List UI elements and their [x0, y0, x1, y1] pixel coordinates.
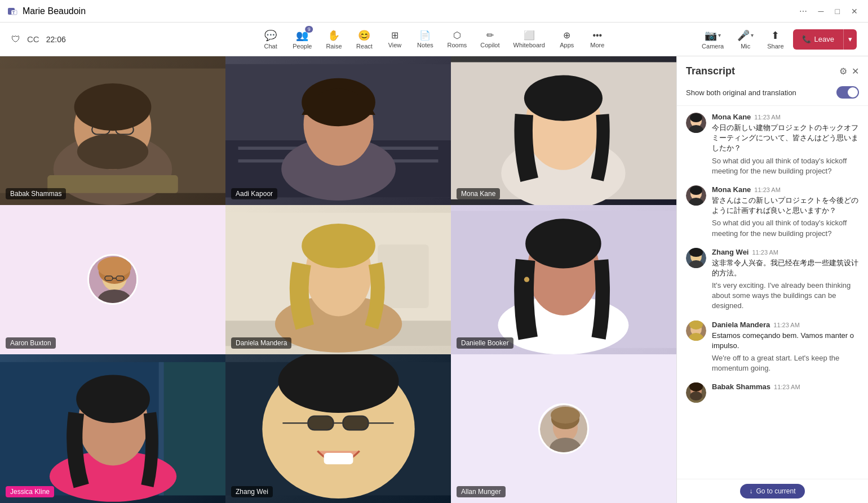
svg-point-41	[525, 219, 601, 269]
message-sender-3: Zhang Wei	[712, 248, 749, 256]
raise-label: Raise	[326, 43, 342, 50]
message-sender-5: Babak Shammas	[712, 382, 770, 391]
chat-icon: 💬	[264, 29, 277, 42]
leave-chevron-icon: ▾	[848, 35, 852, 43]
minimize-window-button[interactable]: ─	[815, 6, 827, 17]
toolbar-react[interactable]: 😊 React	[350, 26, 378, 53]
toolbar-right: 📷 ▾ Camera 🎤 ▾ Mic ⬆ Share 📞 Leave	[697, 26, 857, 53]
cc-icon: CC	[27, 34, 39, 44]
message-time-3: 11:23 AM	[752, 249, 778, 256]
message-sender-1: Mona Kane	[712, 113, 751, 121]
toolbar-share[interactable]: ⬆ Share	[763, 26, 788, 53]
message-meta-5: Babak Shammas 11:23 AM	[712, 382, 859, 391]
transcript-close-button[interactable]: ✕	[852, 66, 859, 77]
transcript-message-2: Mona Kane 11:23 AM 皆さんはこの新しいプロジェクトを今後どのよ…	[686, 185, 859, 239]
message-time-2: 11:23 AM	[754, 186, 780, 193]
aaron-avatar	[87, 254, 138, 305]
mona-message-content-2: Mona Kane 11:23 AM 皆さんはこの新しいプロジェクトを今後どのよ…	[712, 185, 859, 239]
go-to-current-button[interactable]: ↓ Go to current	[740, 484, 804, 498]
video-cell-aadi: Aadi Kapoor	[225, 56, 451, 205]
toolbar-whiteboard[interactable]: ⬜ Whiteboard	[508, 26, 551, 52]
toolbar-people[interactable]: 👥 9 People	[287, 26, 317, 53]
participant-label-mona: Mona Kane	[457, 188, 500, 199]
toolbar-copilot[interactable]: ✏ Copilot	[475, 26, 505, 52]
toolbar-raise[interactable]: ✋ Raise	[320, 26, 348, 53]
whiteboard-icon: ⬜	[524, 30, 535, 41]
transcript-message-1: Mona Kane 11:23 AM 今日の新しい建物プロジェクトのキックオフミ…	[686, 113, 859, 176]
toolbar-mic[interactable]: 🎤 ▾ Mic	[733, 26, 758, 53]
svg-rect-33	[378, 245, 428, 309]
video-cell-allan: Allan Munger	[451, 354, 676, 503]
apps-label: Apps	[560, 42, 574, 48]
toolbar-notes[interactable]: 📄 Notes	[411, 26, 439, 52]
mona-message-content-1: Mona Kane 11:23 AM 今日の新しい建物プロジェクトのキックオフミ…	[712, 113, 859, 176]
close-window-button[interactable]: ✕	[848, 6, 861, 17]
svg-point-10	[77, 133, 148, 169]
toolbar-center: 💬 Chat 👥 9 People ✋ Raise 😊 React ⊞ View	[256, 26, 612, 53]
mona-message-avatar-2	[686, 185, 706, 206]
share-icon: ⬆	[771, 29, 780, 42]
message-original-2: 皆さんはこの新しいプロジェクトを今後どのように計画すれば良いと思いますか？	[712, 195, 859, 216]
transcript-settings-button[interactable]: ⚙	[839, 66, 847, 77]
video-cell-aaron: Aaron Buxton	[0, 205, 225, 354]
video-cell-babak: Babak Shammas	[0, 56, 225, 205]
mic-label: Mic	[741, 43, 750, 50]
babak-message-avatar	[686, 382, 706, 403]
chat-label: Chat	[264, 43, 277, 50]
svg-point-9	[74, 83, 152, 131]
toolbar-chat[interactable]: 💬 Chat	[256, 26, 285, 53]
svg-point-28	[98, 257, 131, 277]
maximize-window-button[interactable]: □	[832, 6, 843, 17]
toolbar-left: 🛡 CC 22:06	[11, 34, 66, 44]
view-label: View	[388, 42, 402, 48]
apps-icon: ⊕	[563, 30, 570, 41]
svg-rect-51	[308, 416, 333, 430]
message-meta-4: Daniela Mandera 11:23 AM	[712, 321, 859, 329]
participant-label-aaron: Aaron Buxton	[6, 337, 56, 349]
toolbar-time: 22:06	[46, 35, 66, 44]
participant-label-babak: Babak Shammas	[6, 188, 66, 199]
zhang-message-content: Zhang Wei 11:23 AM 这非常令人兴奋。我已经在考虑一些建筑设计的…	[712, 248, 859, 311]
toggle-knob	[848, 87, 858, 97]
rooms-label: Rooms	[447, 42, 467, 48]
babak-message-content: Babak Shammas 11:23 AM	[712, 382, 859, 403]
daniela-message-avatar	[686, 321, 706, 341]
copilot-label: Copilot	[480, 42, 499, 48]
toolbar-camera[interactable]: 📷 ▾ Camera	[697, 26, 728, 53]
mona-avatar	[451, 56, 676, 205]
people-badge: 9	[305, 26, 313, 33]
translation-toggle[interactable]	[836, 86, 859, 99]
participant-label-allan: Allan Munger	[457, 486, 506, 497]
mic-icon: 🎤	[737, 29, 750, 42]
mic-chevron-icon: ▾	[751, 32, 754, 38]
babak-avatar	[0, 56, 225, 205]
minimize-button[interactable]: ⋯	[796, 6, 811, 17]
transcript-message-4: Daniela Mandera 11:23 AM Estamos começan…	[686, 321, 859, 374]
message-translation-3: It's very exciting. I've already been th…	[712, 281, 859, 311]
daniela-message-content: Daniela Mandera 11:23 AM Estamos começan…	[712, 321, 859, 374]
toolbar-apps[interactable]: ⊕ Apps	[553, 26, 581, 52]
copilot-icon: ✏	[486, 30, 494, 41]
svg-point-66	[690, 113, 702, 122]
toolbar-more[interactable]: ••• More	[583, 27, 612, 52]
video-cell-jessica: Jessica Kline	[0, 354, 225, 503]
leave-phone-icon: 📞	[802, 35, 811, 43]
participant-label-danielle: Danielle Booker	[457, 337, 513, 349]
svg-point-62	[551, 407, 580, 424]
video-grid: Babak Shammas Aadi Kapoor	[0, 56, 676, 503]
video-cell-danielle: Danielle Booker	[451, 205, 676, 354]
svg-point-42	[524, 277, 529, 282]
title-bar-controls: ⋯ ─ □ ✕	[796, 6, 861, 17]
toolbar-rooms[interactable]: ⬡ Rooms	[441, 26, 472, 52]
video-cell-zhang: Zhang Wei	[225, 354, 451, 503]
message-translation-1: So what did you all think of today's kic…	[712, 156, 859, 176]
toolbar-view[interactable]: ⊞ View	[380, 26, 409, 52]
svg-point-83	[690, 391, 702, 400]
transcript-title: Transcript	[686, 65, 735, 77]
go-to-current-label: Go to current	[756, 487, 795, 495]
participant-label-zhang: Zhang Wei	[231, 486, 273, 497]
transcript-header: Transcript ⚙ ✕	[677, 56, 868, 82]
video-cell-mona: Mona Kane	[451, 56, 676, 205]
leave-button[interactable]: 📞 Leave ▾	[793, 29, 857, 50]
message-sender-4: Daniela Mandera	[712, 321, 770, 329]
